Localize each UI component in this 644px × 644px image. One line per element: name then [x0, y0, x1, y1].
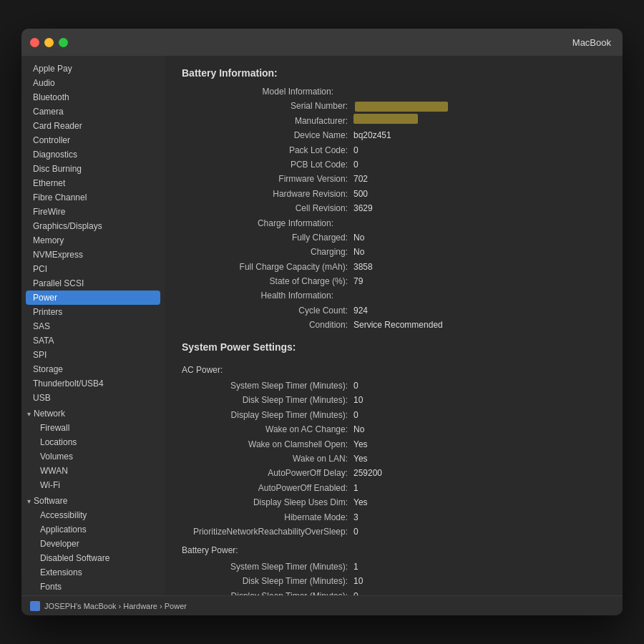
- sidebar-item-apple-pay[interactable]: Apple Pay: [21, 62, 165, 76]
- hardware-rev-value: 500: [353, 187, 368, 201]
- display-sleep-value: 0: [353, 408, 358, 422]
- sidebar: Apple Pay Audio Bluetooth Camera Card Re…: [21, 56, 165, 595]
- hardware-rev-label: Hardware Revision:: [182, 187, 353, 201]
- wake-clamshell-label: Wake on Clamshell Open:: [182, 437, 353, 452]
- redacted-manufacturer: [353, 114, 418, 124]
- autopoweroff-delay-label: AutoPowerOff Delay:: [182, 466, 353, 480]
- wake-lan-label: Wake on LAN:: [182, 452, 353, 466]
- sidebar-item-memory[interactable]: Memory: [21, 233, 165, 248]
- wake-clamshell-value: Yes: [353, 437, 368, 452]
- traffic-lights: [30, 38, 68, 47]
- sidebar-item-fibre-channel[interactable]: Fibre Channel: [21, 190, 165, 205]
- sidebar-group-network[interactable]: ▾ Network: [21, 405, 165, 421]
- autopoweroff-delay-row: AutoPowerOff Delay: 259200: [182, 466, 605, 480]
- sidebar-item-wwan[interactable]: WWAN: [21, 464, 165, 478]
- disk-sleep-row: Disk Sleep Timer (Minutes): 10: [182, 393, 605, 407]
- sidebar-item-usb[interactable]: USB: [21, 391, 165, 405]
- cell-rev-row: Cell Revision: 3629: [182, 201, 605, 215]
- device-name-label: Device Name:: [182, 128, 353, 142]
- state-charge-label: State of Charge (%):: [182, 274, 353, 288]
- sidebar-item-storage[interactable]: Storage: [21, 362, 165, 376]
- sidebar-item-locations[interactable]: Locations: [21, 435, 165, 449]
- bat-display-sleep-value: 0: [353, 589, 358, 596]
- full-charge-value: 3858: [353, 260, 373, 274]
- sidebar-item-disabled-software[interactable]: Disabled Software: [21, 551, 165, 565]
- sidebar-item-pci[interactable]: PCI: [21, 262, 165, 276]
- pack-lot-label: Pack Lot Code:: [182, 143, 353, 157]
- sidebar-item-graphics-displays[interactable]: Graphics/Displays: [21, 219, 165, 233]
- sidebar-item-accessibility[interactable]: Accessibility: [21, 508, 165, 522]
- sidebar-item-diagnostics[interactable]: Diagnostics: [21, 147, 165, 162]
- sidebar-group-network-label: Network: [34, 409, 65, 419]
- redacted-serial: [355, 102, 448, 112]
- sidebar-item-power[interactable]: Power: [26, 291, 160, 305]
- battery-power-label: Battery Power:: [182, 543, 605, 557]
- sidebar-item-parallel-scsi[interactable]: Parallel SCSI: [21, 276, 165, 291]
- sidebar-item-bluetooth[interactable]: Bluetooth: [21, 90, 165, 104]
- sidebar-item-disc-burning[interactable]: Disc Burning: [21, 162, 165, 176]
- sidebar-item-camera[interactable]: Camera: [21, 104, 165, 119]
- sidebar-item-extensions[interactable]: Extensions: [21, 565, 165, 580]
- display-sleep-dim-value: Yes: [353, 495, 368, 509]
- sidebar-item-volumes[interactable]: Volumes: [21, 449, 165, 464]
- close-button[interactable]: [30, 38, 39, 47]
- cell-rev-value: 3629: [353, 201, 373, 215]
- prioritize-value: 0: [353, 525, 358, 539]
- minimize-button[interactable]: [44, 38, 54, 47]
- bat-sys-sleep-value: 1: [353, 560, 358, 574]
- sidebar-item-card-reader[interactable]: Card Reader: [21, 119, 165, 133]
- hibernate-value: 3: [353, 510, 358, 525]
- bat-sys-sleep-row: System Sleep Timer (Minutes): 1: [182, 560, 605, 574]
- system-power-title: System Power Settings:: [182, 341, 605, 353]
- battery-info-title: Battery Information:: [182, 67, 605, 79]
- manufacturer-label: Manufacturer:: [182, 114, 353, 128]
- content-area: Apple Pay Audio Bluetooth Camera Card Re…: [21, 56, 623, 595]
- hardware-rev-row: Hardware Revision: 500: [182, 187, 605, 201]
- firmware-value: 702: [353, 172, 368, 186]
- cycle-count-row: Cycle Count: 924: [182, 303, 605, 318]
- sidebar-item-printers[interactable]: Printers: [21, 305, 165, 319]
- autopoweroff-enabled-label: AutoPowerOff Enabled:: [182, 481, 353, 495]
- bat-display-sleep-label: Display Sleep Timer (Minutes):: [182, 589, 353, 596]
- device-name-row: Device Name: bq20z451: [182, 128, 605, 142]
- wake-ac-row: Wake on AC Change: No: [182, 422, 605, 436]
- wake-ac-value: No: [353, 422, 364, 436]
- sidebar-item-sas[interactable]: SAS: [21, 319, 165, 333]
- bat-disk-sleep-label: Disk Sleep Timer (Minutes):: [182, 574, 353, 588]
- display-sleep-dim-label: Display Sleep Uses Dim:: [182, 495, 353, 509]
- hibernate-label: Hibernate Mode:: [182, 510, 353, 525]
- window-title: MacBook: [572, 37, 611, 48]
- sidebar-item-controller[interactable]: Controller: [21, 133, 165, 147]
- sidebar-item-audio[interactable]: Audio: [21, 76, 165, 90]
- display-sleep-row: Display Sleep Timer (Minutes): 0: [182, 408, 605, 422]
- firmware-label: Firmware Version:: [182, 172, 353, 186]
- wake-clamshell-row: Wake on Clamshell Open: Yes: [182, 437, 605, 452]
- sidebar-item-sata[interactable]: SATA: [21, 333, 165, 348]
- sidebar-item-developer[interactable]: Developer: [21, 537, 165, 551]
- sys-sleep-value: 0: [353, 379, 358, 393]
- firmware-row: Firmware Version: 702: [182, 172, 605, 186]
- cycle-count-label: Cycle Count:: [182, 303, 353, 318]
- model-info-label: Model Information:: [182, 84, 339, 99]
- sidebar-item-thunderbolt-usb4[interactable]: Thunderbolt/USB4: [21, 376, 165, 391]
- bat-sys-sleep-label: System Sleep Timer (Minutes):: [182, 560, 353, 574]
- title-bar: MacBook: [21, 29, 623, 56]
- charging-value: No: [353, 245, 364, 259]
- sidebar-item-firewall[interactable]: Firewall: [21, 421, 165, 435]
- sys-sleep-label: System Sleep Timer (Minutes):: [182, 379, 353, 393]
- sidebar-item-ethernet[interactable]: Ethernet: [21, 176, 165, 190]
- sidebar-item-wifi[interactable]: Wi-Fi: [21, 478, 165, 492]
- display-sleep-label: Display Sleep Timer (Minutes):: [182, 408, 353, 422]
- pack-lot-row: Pack Lot Code: 0: [182, 143, 605, 157]
- sidebar-item-spi[interactable]: SPI: [21, 348, 165, 362]
- charge-info-row: Charge Information:: [182, 216, 605, 230]
- health-info-label: Health Information:: [182, 288, 339, 303]
- bottom-bar: JOSEPH's MacBook › Hardware › Power: [21, 595, 623, 615]
- sidebar-item-nvmexpress[interactable]: NVMExpress: [21, 248, 165, 262]
- sidebar-group-software[interactable]: ▾ Software: [21, 492, 165, 508]
- sidebar-item-applications[interactable]: Applications: [21, 522, 165, 537]
- maximize-button[interactable]: [59, 38, 68, 47]
- wake-lan-row: Wake on LAN: Yes: [182, 452, 605, 466]
- sidebar-item-firewire[interactable]: FireWire: [21, 205, 165, 219]
- sidebar-item-fonts[interactable]: Fonts: [21, 580, 165, 594]
